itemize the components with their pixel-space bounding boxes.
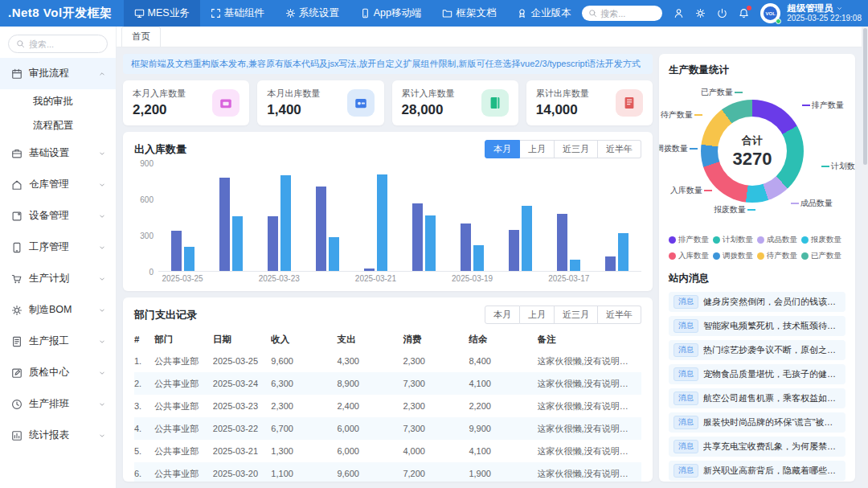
app-logo: .Net8 Vol开发框架	[0, 6, 124, 21]
sidebar-item-质检中心[interactable]: 质检中心	[0, 357, 116, 388]
sidebar-item-生产排班[interactable]: 生产排班	[0, 388, 116, 420]
legend-dot	[757, 236, 764, 244]
table-row[interactable]: 3.公共事业部2025-03-232,3002,4002,3002,200这家伙…	[134, 395, 641, 417]
column-header: 日期	[213, 334, 272, 346]
message-item[interactable]: 消息 宠物食品质量堪忧，毛孩子的健康谁守护？	[669, 364, 845, 384]
ledger-icon	[616, 89, 643, 117]
bar-入库数量	[171, 231, 182, 271]
tab-首页[interactable]: 首页	[121, 27, 161, 47]
user-icon[interactable]	[674, 8, 684, 18]
message-item[interactable]: 消息 共享充电宝收费乱象，为何屡禁不止？	[669, 437, 845, 457]
table-cell: 这家伙很懒,没有说明信息...	[538, 355, 641, 367]
sidebar-item-审批流程[interactable]: 审批流程	[0, 58, 116, 89]
legend-item-已产数量[interactable]: 已产数量	[801, 251, 845, 261]
sidebar-item-制造BOM[interactable]: 制造BOM	[0, 294, 116, 326]
message-text: 共享充电宝收费乱象，为何屡禁不止？	[703, 441, 841, 453]
message-item[interactable]: 消息 航空公司超售机票，乘客权益如何保障？	[669, 388, 845, 408]
legend-item-排产数量[interactable]: 排产数量	[669, 235, 713, 245]
column-header: #	[134, 334, 154, 344]
range-tab-上月[interactable]: 上月	[520, 306, 555, 324]
range-tab-上月[interactable]: 上月	[520, 140, 555, 158]
table-cell: 4,300	[337, 356, 403, 366]
legend-item-报废数量[interactable]: 报废数量	[801, 235, 845, 245]
stat-card-本月出库数量: 本月出库数量 1,400	[257, 80, 383, 125]
message-item[interactable]: 消息 健身房突然倒闭，会员们的钱该如何追回？	[669, 292, 845, 312]
chevron-down-icon	[98, 275, 106, 283]
scrollbar-thumb[interactable]	[863, 28, 867, 165]
donut-label-text: 入库数量	[670, 185, 702, 196]
table-row[interactable]: 5.公共事业部2025-03-211,3006,0004,0004,100这家伙…	[134, 440, 641, 462]
nav-item-框架文档[interactable]: 框架文档	[432, 0, 506, 27]
nav-item-App移动端[interactable]: App移动端	[350, 0, 432, 27]
chevron-down-icon	[98, 338, 106, 346]
nav-item-基础组件[interactable]: 基础组件	[200, 0, 275, 27]
sidebar-item-生产报工[interactable]: 生产报工	[0, 326, 116, 357]
legend-dot	[801, 236, 809, 244]
message-item[interactable]: 消息 新兴职业高薪背后，隐藏着哪些挑战？	[669, 461, 845, 481]
table-row[interactable]: 4.公共事业部2025-03-226,7006,0007,3009,900这家伙…	[134, 417, 641, 440]
sidebar-search-input[interactable]	[29, 39, 93, 49]
production-donut-chart: 合计 3270 排产数量计划数量成品数量报废数量入库数量调拨数量待产数量已产数量	[669, 92, 845, 227]
user-menu[interactable]: 超级管理员	[787, 3, 862, 14]
sidebar-search[interactable]	[8, 35, 108, 53]
message-item[interactable]: 消息 智能家电频繁死机，技术瓶颈待突破？	[669, 316, 845, 336]
report-icon	[11, 430, 23, 441]
chevron-down-icon	[836, 5, 843, 12]
nav-item-系统设置[interactable]: 系统设置	[275, 0, 350, 27]
range-tab-本月[interactable]: 本月	[485, 140, 520, 158]
edit-icon	[11, 367, 23, 379]
sidebar-item-统计报表[interactable]: 统计报表	[0, 420, 116, 451]
legend-item-调拨数量[interactable]: 调拨数量	[713, 251, 757, 261]
notification-dot	[747, 6, 751, 10]
right-panel: 生产数量统计 合计 3270 排产数量计划数量成品数量报废数量入库数量调拨数量待…	[659, 54, 855, 482]
callout-line	[791, 203, 799, 204]
page-scrollbar[interactable]	[862, 27, 868, 488]
gear-icon[interactable]	[695, 8, 706, 18]
sidebar-item-仓库管理[interactable]: 仓库管理	[0, 169, 116, 200]
table-row[interactable]: 6.公共事业部2025-03-201,1009,6007,2001,900这家伙…	[134, 462, 641, 482]
global-search-input[interactable]	[600, 9, 652, 18]
callout-line	[821, 166, 829, 167]
notifications[interactable]	[739, 8, 749, 18]
message-item[interactable]: 消息 服装快时尚品牌的环保“谎言”被戳破？	[669, 412, 845, 433]
donut-title: 生产数量统计	[669, 64, 845, 77]
table-row[interactable]: 2.公共事业部2025-03-246,3008,9007,3004,100这家伙…	[134, 372, 641, 395]
legend-item-成品数量[interactable]: 成品数量	[757, 235, 801, 245]
x-tick	[497, 274, 545, 283]
range-tab-近半年[interactable]: 近半年	[598, 140, 641, 158]
sidebar-subitem-我的审批[interactable]: 我的审批	[0, 89, 116, 113]
inout-bar-chart: 9006003000 2025-03-252025-03-232025-03-2…	[134, 163, 641, 283]
bar-group-2025-03-18	[497, 163, 545, 271]
sidebar-item-label: 仓库管理	[29, 178, 92, 191]
table-cell: 2025-03-25	[213, 356, 272, 366]
message-text: 健身房突然倒闭，会员们的钱该如何追回？	[703, 296, 841, 308]
stat-value: 1,400	[267, 102, 320, 118]
nav-item-MES业务[interactable]: MES业务	[124, 0, 200, 27]
monitor-icon	[134, 8, 145, 18]
sidebar-subitem-流程配置[interactable]: 流程配置	[0, 113, 116, 137]
table-row[interactable]: 1.公共事业部2025-03-259,6004,3002,3008,400这家伙…	[134, 350, 641, 372]
nav-item-label: 企业版本	[530, 6, 571, 20]
tab-bar: 首页	[117, 27, 862, 47]
message-badge: 消息	[674, 440, 698, 453]
table-cell: 1,300	[271, 446, 337, 456]
range-tab-本月[interactable]: 本月	[485, 306, 520, 324]
power-icon[interactable]	[717, 8, 727, 18]
message-item[interactable]: 消息 热门综艺抄袭争议不断，原创之路在何方？	[669, 340, 845, 360]
avatar[interactable]: VOL	[760, 3, 780, 23]
stat-value: 14,000	[536, 102, 589, 118]
nav-item-企业版本[interactable]: 企业版本	[506, 0, 581, 27]
sidebar-item-设备管理[interactable]: 设备管理	[0, 200, 116, 232]
legend-item-待产数量[interactable]: 待产数量	[757, 251, 801, 261]
sidebar-item-工序管理[interactable]: 工序管理	[0, 232, 116, 263]
range-tab-近三月[interactable]: 近三月	[555, 140, 598, 158]
range-tab-近三月[interactable]: 近三月	[555, 306, 598, 324]
donut-label-成品数量: 成品数量	[791, 198, 833, 209]
range-tab-近半年[interactable]: 近半年	[598, 306, 641, 324]
sidebar-item-生产计划[interactable]: 生产计划	[0, 263, 116, 294]
legend-item-入库数量[interactable]: 入库数量	[669, 251, 713, 261]
sidebar-item-基础设置[interactable]: 基础设置	[0, 137, 116, 169]
global-search[interactable]	[582, 6, 662, 21]
table-cell: 8,900	[337, 379, 403, 388]
legend-item-计划数量[interactable]: 计划数量	[713, 235, 757, 245]
